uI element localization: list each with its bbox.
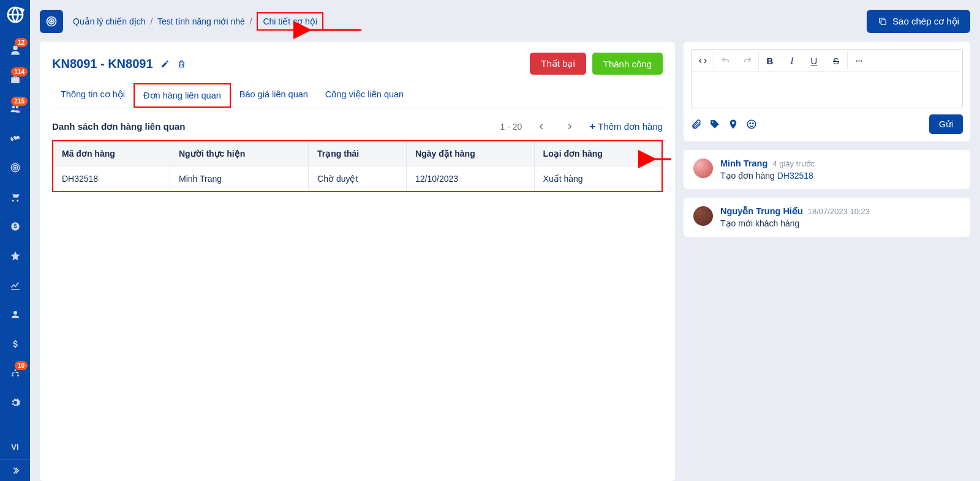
more-icon[interactable] xyxy=(848,50,870,72)
svg-point-12 xyxy=(750,123,751,124)
logo xyxy=(6,5,25,24)
redo-icon[interactable] xyxy=(736,50,758,72)
top-row: Quản lý chiến dịch / Test tính năng mới … xyxy=(40,10,970,33)
breadcrumb-l0[interactable]: Quản lý chiến dịch xyxy=(73,17,146,26)
breadcrumb-current: Chi tiết cơ hội xyxy=(257,12,323,31)
avatar xyxy=(693,158,713,178)
svg-point-3 xyxy=(14,167,15,168)
add-order-link[interactable]: +Thêm đơn hàng xyxy=(589,121,663,133)
sidebar-item-dollar[interactable] xyxy=(0,329,30,359)
avatar xyxy=(693,206,713,226)
pager-range: 1 - 20 xyxy=(500,122,522,132)
badge-org: 10 xyxy=(15,361,28,370)
svg-rect-7 xyxy=(881,20,886,24)
cell-date: 12/10/2023 xyxy=(407,166,535,192)
sidebar-item-group[interactable]: 215 xyxy=(0,94,30,124)
send-button[interactable]: Gửi xyxy=(929,114,963,134)
svg-point-6 xyxy=(51,21,53,23)
pager-next[interactable] xyxy=(561,118,578,135)
tab-orders[interactable]: Đơn hàng liên quan xyxy=(134,83,231,108)
bold-icon[interactable]: B xyxy=(759,50,781,72)
italic-icon[interactable]: I xyxy=(781,50,803,72)
sidebar-item-contact[interactable] xyxy=(0,300,30,329)
edit-icon[interactable] xyxy=(160,59,170,69)
badge-briefcase: 114 xyxy=(11,67,28,76)
cell-person[interactable]: Minh Trang xyxy=(170,166,308,192)
sidebar-item-target[interactable] xyxy=(0,153,30,182)
orders-table: Mã đơn hàng Người thực hiện Trạng thái N… xyxy=(52,140,663,192)
detail-panel: KN8091 - KN8091 Thất bại Thành công Thôn… xyxy=(40,42,675,481)
orders-section-title: Danh sách đơn hàng liên quan xyxy=(52,121,185,132)
activity-item: Nguyễn Trung Hiếu 18/07/2023 10:23 Tạo m… xyxy=(684,198,970,237)
pager-prev[interactable] xyxy=(533,118,550,135)
sidebar-item-chart[interactable] xyxy=(0,270,30,300)
sidebar: 12 114 215 xyxy=(0,0,30,481)
activity-author[interactable]: Nguyễn Trung Hiếu xyxy=(720,206,803,216)
editor-toolbar: B I U S xyxy=(691,49,963,72)
activity-text: Tạo mới khách hàng xyxy=(720,218,960,228)
table-header-row: Mã đơn hàng Người thực hiện Trạng thái N… xyxy=(53,141,662,166)
tabs: Thông tin cơ hội Đơn hàng liên quan Báo … xyxy=(52,83,663,108)
fail-button[interactable]: Thất bại xyxy=(530,53,586,75)
strike-icon[interactable]: S xyxy=(825,50,847,72)
activity-time: 4 giây trước xyxy=(772,159,815,168)
success-button[interactable]: Thành công xyxy=(592,53,663,75)
main: Quản lý chiến dịch / Test tính năng mới … xyxy=(30,0,980,481)
tag-icon[interactable] xyxy=(709,119,720,130)
cell-status: Chờ duyệt xyxy=(309,166,407,192)
sidebar-item-user[interactable]: 12 xyxy=(0,35,30,65)
th-person: Người thực hiện xyxy=(170,141,308,166)
breadcrumb-l1[interactable]: Test tính năng mới nhé xyxy=(157,17,245,26)
th-date: Ngày đặt hàng xyxy=(407,141,535,166)
sidebar-item-handshake[interactable] xyxy=(0,124,30,153)
location-icon[interactable] xyxy=(728,119,739,130)
code-icon[interactable] xyxy=(692,50,714,72)
th-code: Mã đơn hàng xyxy=(53,141,170,166)
cell-code[interactable]: DH32518 xyxy=(53,166,170,192)
activity-time: 18/07/2023 10:23 xyxy=(808,207,870,216)
sidebar-item-cart[interactable] xyxy=(0,182,30,212)
badge-group: 215 xyxy=(11,97,28,106)
sidebar-item-money[interactable] xyxy=(0,212,30,241)
comment-editor[interactable] xyxy=(691,72,963,108)
svg-point-13 xyxy=(753,123,754,124)
tab-quotes[interactable]: Báo giá liên quan xyxy=(231,83,317,108)
sidebar-language[interactable]: VI xyxy=(0,434,30,459)
activity-author[interactable]: Minh Trang xyxy=(720,158,767,168)
sidebar-collapse[interactable] xyxy=(0,459,30,481)
tab-tasks[interactable]: Công việc liên quan xyxy=(317,83,412,108)
activity-panel: B I U S xyxy=(684,42,970,481)
undo-icon[interactable] xyxy=(714,50,736,72)
breadcrumb-icon xyxy=(40,10,63,33)
page-title: KN8091 - KN8091 xyxy=(52,57,153,71)
svg-point-11 xyxy=(747,120,756,129)
svg-point-9 xyxy=(858,60,859,61)
svg-point-10 xyxy=(861,60,862,61)
svg-point-8 xyxy=(856,60,857,61)
activity-text: Tạo đơn hàng DH32518 xyxy=(720,171,960,181)
attach-icon[interactable] xyxy=(691,119,702,130)
sidebar-item-star[interactable] xyxy=(0,241,30,270)
delete-icon[interactable] xyxy=(177,59,186,69)
breadcrumb: Quản lý chiến dịch / Test tính năng mới … xyxy=(73,12,323,31)
activity-link[interactable]: DH32518 xyxy=(777,171,813,181)
copy-opportunity-button[interactable]: Sao chép cơ hội xyxy=(867,10,970,33)
sidebar-item-settings[interactable] xyxy=(0,388,30,417)
sidebar-item-org[interactable]: 10 xyxy=(0,359,30,388)
activity-item: Minh Trang 4 giây trước Tạo đơn hàng DH3… xyxy=(684,150,970,189)
emoji-icon[interactable] xyxy=(746,119,757,130)
underline-icon[interactable]: U xyxy=(803,50,825,72)
table-row[interactable]: DH32518 Minh Trang Chờ duyệt 12/10/2023 … xyxy=(53,166,662,192)
tab-info[interactable]: Thông tin cơ hội xyxy=(52,83,134,108)
badge-users: 12 xyxy=(15,38,28,47)
th-status: Trạng thái xyxy=(309,141,407,166)
th-type: Loại đơn hàng xyxy=(534,141,662,166)
cell-type: Xuất hàng xyxy=(534,166,662,192)
sidebar-item-briefcase[interactable]: 114 xyxy=(0,65,30,94)
